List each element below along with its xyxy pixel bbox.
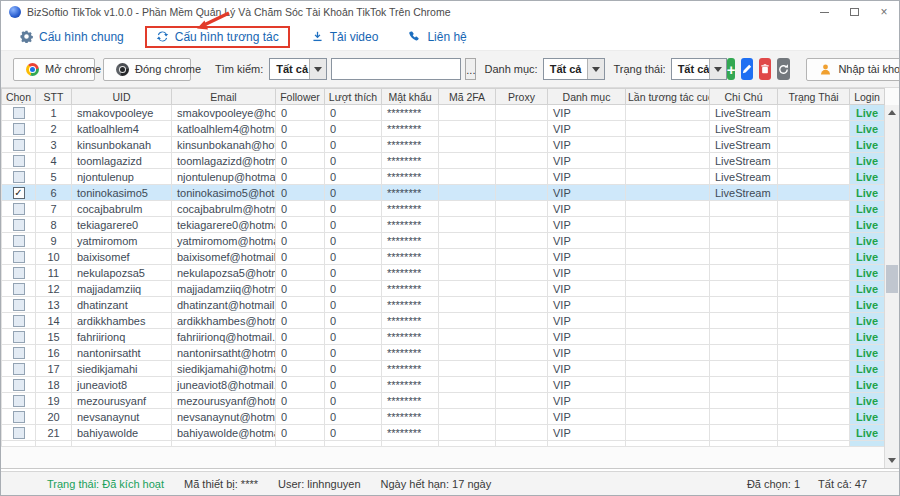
combo-dropdown-button[interactable] bbox=[309, 59, 326, 79]
cell-follower[interactable]: 0 bbox=[276, 393, 325, 409]
cell-stt[interactable]: 7 bbox=[36, 201, 72, 217]
cell-login[interactable]: Live bbox=[850, 233, 885, 249]
cell-category[interactable]: VIP bbox=[548, 121, 626, 137]
cell-category[interactable]: VIP bbox=[548, 137, 626, 153]
cell-follower[interactable]: 0 bbox=[276, 329, 325, 345]
cell-last[interactable] bbox=[626, 201, 710, 217]
cell-proxy[interactable] bbox=[496, 409, 548, 425]
column-header-follower[interactable]: Follower bbox=[276, 89, 325, 105]
cell-email[interactable]: mezourusyanf@hotmail... bbox=[172, 393, 276, 409]
cell-check[interactable] bbox=[2, 137, 36, 153]
cell-note[interactable] bbox=[710, 233, 778, 249]
cell-category[interactable]: VIP bbox=[548, 393, 626, 409]
cell-ma2fa[interactable] bbox=[439, 329, 496, 345]
cell-note[interactable] bbox=[710, 297, 778, 313]
row-checkbox[interactable] bbox=[13, 171, 25, 183]
cell-proxy[interactable] bbox=[496, 393, 548, 409]
cell-login[interactable]: Live bbox=[850, 297, 885, 313]
cell-note[interactable]: LiveStream bbox=[710, 137, 778, 153]
cell-password[interactable]: ******** bbox=[382, 121, 439, 137]
cell-status[interactable] bbox=[778, 409, 850, 425]
cell-likes[interactable]: 0 bbox=[325, 345, 382, 361]
cell-category[interactable]: VIP bbox=[548, 297, 626, 313]
cell-follower[interactable]: 0 bbox=[276, 345, 325, 361]
cell-follower[interactable]: 0 bbox=[276, 425, 325, 441]
cell-email[interactable]: yatmiromom@hotmail.c... bbox=[172, 233, 276, 249]
cell-proxy[interactable] bbox=[496, 185, 548, 201]
cell-status[interactable] bbox=[778, 393, 850, 409]
cell-uid[interactable]: nevsanaynut bbox=[72, 409, 172, 425]
cell-note[interactable] bbox=[710, 313, 778, 329]
search-input[interactable] bbox=[331, 58, 461, 80]
cell-status[interactable] bbox=[778, 233, 850, 249]
cell-stt[interactable]: 10 bbox=[36, 249, 72, 265]
table-row[interactable]: 1smakovpooleyesmakovpooleye@hotma...00**… bbox=[2, 105, 885, 121]
cell-uid[interactable]: ardikkhambes bbox=[72, 313, 172, 329]
cell-proxy[interactable] bbox=[496, 345, 548, 361]
cell-check[interactable] bbox=[2, 297, 36, 313]
cell-check[interactable] bbox=[2, 201, 36, 217]
cell-follower[interactable]: 0 bbox=[276, 137, 325, 153]
minimize-button[interactable] bbox=[809, 1, 839, 23]
cell-note[interactable] bbox=[710, 265, 778, 281]
add-account-button[interactable]: + bbox=[727, 58, 736, 80]
cell-proxy[interactable] bbox=[496, 249, 548, 265]
table-row[interactable]: 7cocajbabrulmcocajbabrulm@hotmail....00*… bbox=[2, 201, 885, 217]
row-checkbox[interactable] bbox=[13, 251, 25, 263]
cell-likes[interactable]: 0 bbox=[325, 425, 382, 441]
cell-note[interactable] bbox=[710, 345, 778, 361]
cell-email[interactable]: tekiagarere0@hotmail.c... bbox=[172, 217, 276, 233]
cell-status[interactable] bbox=[778, 121, 850, 137]
column-header-password[interactable]: Mật khẩu bbox=[382, 89, 439, 105]
cell-status[interactable] bbox=[778, 329, 850, 345]
cell-check[interactable] bbox=[2, 345, 36, 361]
cell-likes[interactable]: 0 bbox=[325, 217, 382, 233]
cell-category[interactable]: VIP bbox=[548, 249, 626, 265]
cell-login[interactable]: Live bbox=[850, 329, 885, 345]
table-row[interactable]: 15fahriirionqfahriirionq@hotmail.com00**… bbox=[2, 329, 885, 345]
cell-check[interactable] bbox=[2, 169, 36, 185]
cell-login[interactable]: Live bbox=[850, 393, 885, 409]
row-checkbox[interactable] bbox=[13, 395, 25, 407]
cell-proxy[interactable] bbox=[496, 361, 548, 377]
cell-status[interactable] bbox=[778, 265, 850, 281]
table-row[interactable]: 11nekulapozsa5nekulapozsa5@hotmail....00… bbox=[2, 265, 885, 281]
cell-ma2fa[interactable] bbox=[439, 393, 496, 409]
cell-check[interactable] bbox=[2, 249, 36, 265]
cell-email[interactable]: njontulenup@hotmail.c... bbox=[172, 169, 276, 185]
cell-proxy[interactable] bbox=[496, 265, 548, 281]
cell-likes[interactable]: 0 bbox=[325, 281, 382, 297]
cell-proxy[interactable] bbox=[496, 201, 548, 217]
cell-email[interactable]: majjadamziiq@hotmail.... bbox=[172, 281, 276, 297]
table-row[interactable]: 9yatmiromomyatmiromom@hotmail.c...00****… bbox=[2, 233, 885, 249]
cell-last[interactable] bbox=[626, 121, 710, 137]
cell-status[interactable] bbox=[778, 281, 850, 297]
cell-stt[interactable]: 3 bbox=[36, 137, 72, 153]
cell-follower[interactable]: 0 bbox=[276, 105, 325, 121]
cell-uid[interactable]: tekiagarere0 bbox=[72, 217, 172, 233]
cell-category[interactable]: VIP bbox=[548, 217, 626, 233]
cell-last[interactable] bbox=[626, 217, 710, 233]
cell-category[interactable]: VIP bbox=[548, 153, 626, 169]
cell-category[interactable]: VIP bbox=[548, 313, 626, 329]
cell-login[interactable]: Live bbox=[850, 137, 885, 153]
cell-follower[interactable]: 0 bbox=[276, 121, 325, 137]
cell-ma2fa[interactable] bbox=[439, 137, 496, 153]
cell-stt[interactable]: 16 bbox=[36, 345, 72, 361]
cell-stt[interactable]: 17 bbox=[36, 361, 72, 377]
row-checkbox[interactable] bbox=[13, 347, 25, 359]
cell-password[interactable]: ******** bbox=[382, 201, 439, 217]
cell-likes[interactable]: 0 bbox=[325, 105, 382, 121]
cell-ma2fa[interactable] bbox=[439, 345, 496, 361]
row-checkbox[interactable] bbox=[13, 331, 25, 343]
cell-last[interactable] bbox=[626, 249, 710, 265]
scroll-down-button[interactable] bbox=[885, 453, 899, 468]
column-header-proxy[interactable]: Proxy bbox=[496, 89, 548, 105]
cell-likes[interactable]: 0 bbox=[325, 169, 382, 185]
column-header-email[interactable]: Email bbox=[172, 89, 276, 105]
table-row[interactable]: 5njontulenupnjontulenup@hotmail.c...00**… bbox=[2, 169, 885, 185]
cell-last[interactable] bbox=[626, 329, 710, 345]
cell-login[interactable]: Live bbox=[850, 121, 885, 137]
cell-login[interactable]: Live bbox=[850, 377, 885, 393]
column-header-login[interactable]: Login bbox=[850, 89, 885, 105]
